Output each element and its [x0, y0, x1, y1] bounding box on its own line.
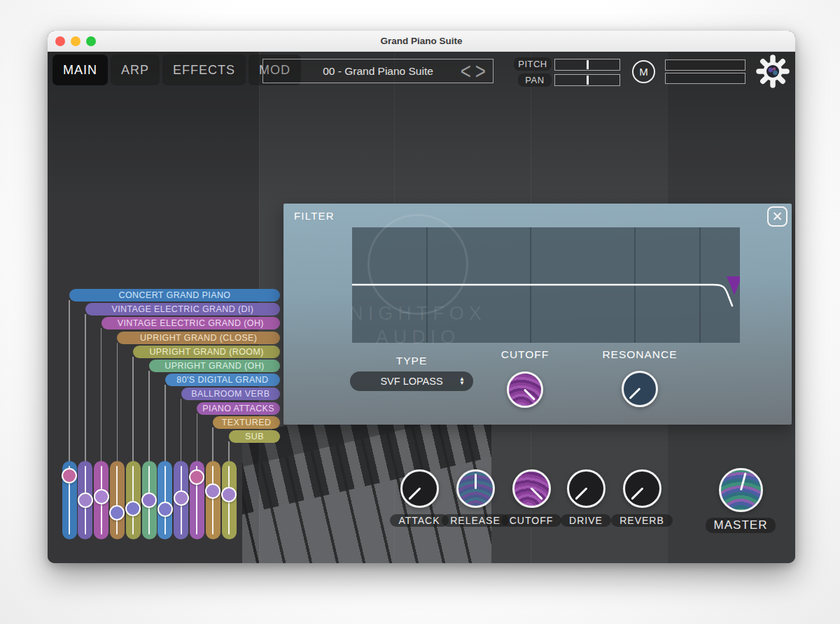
layer-label-pill[interactable]: SUB	[229, 430, 280, 443]
cutoff-knob-label: CUTOFF	[501, 514, 562, 527]
minimize-window-button[interactable]	[71, 36, 80, 46]
slider-thumb[interactable]	[78, 492, 93, 508]
slider-thumb[interactable]	[205, 483, 220, 499]
layer-mixer: CONCERT GRAND PIANOVINTAGE ELECTRIC GRAN…	[62, 289, 280, 541]
layer-label-pill[interactable]: UPRIGHT GRAND (CLOSE)	[117, 332, 280, 344]
filter-panel-title: FILTER	[294, 210, 335, 222]
window-title: Grand Piano Suite	[380, 36, 462, 46]
plugin-content: MAINARPEFFECTSMOD 00 - Grand Piano Suite…	[48, 52, 795, 563]
slider-rail	[212, 466, 214, 534]
layer-connector-line	[228, 441, 230, 462]
zoom-window-button[interactable]	[86, 36, 96, 46]
filter-cutoff-knob[interactable]	[507, 371, 543, 408]
plugin-window: Grand Piano Suite MAINARPEFFECTSMOD 00 -…	[48, 31, 795, 563]
tab-arp[interactable]: ARP	[111, 55, 160, 85]
preset-selector[interactable]: 00 - Grand Piano Suite < >	[262, 59, 493, 83]
release-knob[interactable]	[456, 469, 495, 508]
pan-slider[interactable]	[554, 74, 620, 86]
layer-label-pill[interactable]: UPRIGHT GRAND (ROOM)	[133, 346, 280, 358]
filter-type-select[interactable]: SVF LOPASS ▲▼	[350, 371, 473, 391]
titlebar: Grand Piano Suite	[48, 31, 795, 52]
knob-unit-drive: DRIVE	[554, 469, 617, 527]
layer-label-pill[interactable]: VINTAGE ELECTRIC GRAND (OH)	[102, 317, 280, 329]
knob-pointer	[408, 487, 421, 499]
slider-thumb[interactable]	[125, 501, 141, 516]
filter-resonance-knob[interactable]	[622, 371, 658, 407]
level-meter-right	[665, 73, 746, 84]
master-knob[interactable]	[719, 468, 763, 512]
close-icon: ✕	[772, 208, 783, 225]
tab-main[interactable]: MAIN	[52, 55, 108, 85]
preset-prev-icon[interactable]: <	[459, 59, 472, 83]
layer-row: UPRIGHT GRAND (CLOSE)	[62, 332, 280, 344]
knob-pointer	[631, 487, 643, 499]
layer-volume-slider[interactable]	[174, 461, 188, 539]
layer-label-pill[interactable]: PIANO ATTACKS	[197, 402, 280, 415]
pitch-slider[interactable]	[554, 59, 620, 71]
slider-thumb[interactable]	[141, 492, 157, 508]
attack-knob[interactable]	[400, 469, 439, 508]
layer-volume-slider[interactable]	[94, 461, 108, 539]
layer-volume-slider[interactable]	[62, 461, 77, 539]
layer-label-pill[interactable]: BALLROOM VERB	[181, 388, 280, 400]
select-arrows-icon: ▲▼	[459, 377, 465, 385]
release-knob-label: RELEASE	[442, 514, 509, 527]
pan-label: PAN	[518, 73, 552, 87]
drive-knob-label: DRIVE	[561, 514, 611, 527]
layer-label-pill[interactable]: CONCERT GRAND PIANO	[69, 289, 280, 302]
slider-rail	[116, 466, 118, 534]
layer-volume-slider[interactable]	[190, 461, 204, 539]
knob-pointer	[629, 388, 641, 399]
slider-thumb[interactable]	[94, 489, 109, 504]
slider-thumb[interactable]	[174, 490, 189, 506]
layer-volume-slider[interactable]	[206, 461, 220, 539]
slider-thumb[interactable]	[189, 469, 204, 485]
slider-thumb[interactable]	[109, 505, 125, 520]
filter-curve	[352, 285, 732, 306]
filter-type-value: SVF LOPASS	[380, 376, 442, 387]
slider-thumb[interactable]	[221, 487, 237, 502]
layer-row: VINTAGE ELECTRIC GRAND (DI)	[62, 303, 280, 315]
knob-unit-cutoff: CUTOFF	[500, 469, 563, 527]
drive-knob[interactable]	[567, 469, 606, 508]
reverb-knob[interactable]	[623, 469, 662, 508]
master-knob-label: MASTER	[706, 518, 776, 533]
gear-icon[interactable]	[756, 55, 790, 88]
layer-label-pill[interactable]: 80'S DIGITAL GRAND	[165, 374, 280, 386]
mono-button[interactable]: M	[632, 60, 655, 83]
filter-close-button[interactable]: ✕	[767, 206, 788, 227]
level-meter-left	[665, 59, 746, 71]
knob-unit-master: MASTER	[702, 468, 779, 533]
layer-row: SUB	[62, 430, 280, 443]
preset-next-icon[interactable]: >	[474, 59, 487, 83]
slider-thumb[interactable]	[158, 502, 173, 517]
layer-row: BALLROOM VERB	[62, 388, 280, 400]
type-label: TYPE	[396, 355, 427, 367]
layer-row: CONCERT GRAND PIANO	[62, 289, 280, 302]
pan-slider-handle[interactable]	[587, 76, 589, 85]
layer-row: 80'S DIGITAL GRAND	[62, 374, 280, 386]
tab-effects[interactable]: EFFECTS	[162, 55, 246, 85]
layer-volume-slider[interactable]	[126, 461, 141, 539]
preset-name: 00 - Grand Piano Suite	[323, 65, 433, 78]
slider-thumb[interactable]	[62, 468, 77, 483]
close-window-button[interactable]	[55, 36, 65, 46]
layer-row: UPRIGHT GRAND (ROOM)	[62, 346, 280, 358]
cutoff-knob[interactable]	[512, 469, 551, 508]
pitch-slider-handle[interactable]	[587, 60, 589, 69]
layer-label-pill[interactable]: TEXTURED	[213, 416, 280, 429]
cutoff-marker	[727, 276, 740, 295]
layer-volume-slider[interactable]	[110, 461, 125, 539]
layer-volume-slider[interactable]	[142, 461, 157, 539]
filter-resonance-label: RESONANCE	[602, 348, 677, 361]
layer-label-pill[interactable]: VINTAGE ELECTRIC GRAND (DI)	[85, 303, 280, 315]
layer-label-pill[interactable]: UPRIGHT GRAND (OH)	[149, 360, 280, 372]
filter-response-graph[interactable]	[352, 227, 740, 343]
knob-pointer	[475, 474, 477, 490]
knob-pointer	[524, 388, 536, 400]
knob-pointer	[530, 487, 542, 499]
layer-volume-slider[interactable]	[78, 461, 92, 539]
layer-volume-slider[interactable]	[222, 461, 237, 539]
layer-row: TEXTURED	[62, 416, 280, 429]
layer-volume-slider[interactable]	[158, 461, 172, 539]
